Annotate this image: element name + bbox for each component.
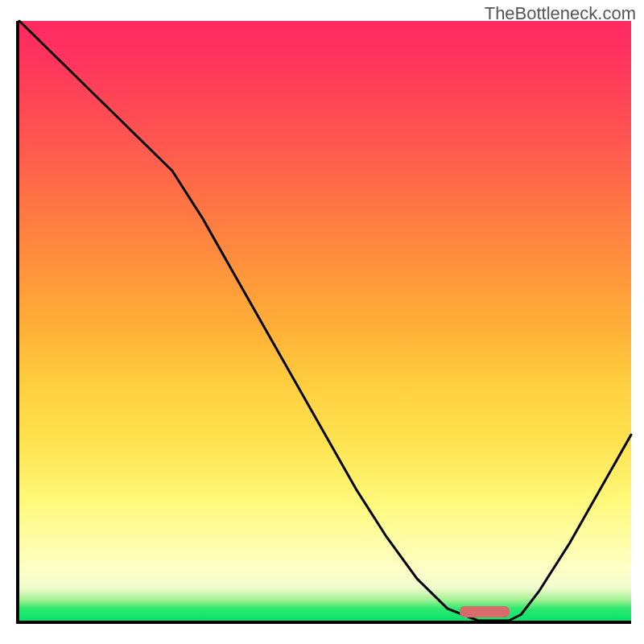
curve-svg: [19, 21, 631, 621]
watermark-text: TheBottleneck.com: [485, 3, 636, 24]
chart-plot-area: [16, 21, 631, 624]
bottleneck-curve: [19, 21, 631, 621]
optimum-marker: [460, 606, 510, 617]
